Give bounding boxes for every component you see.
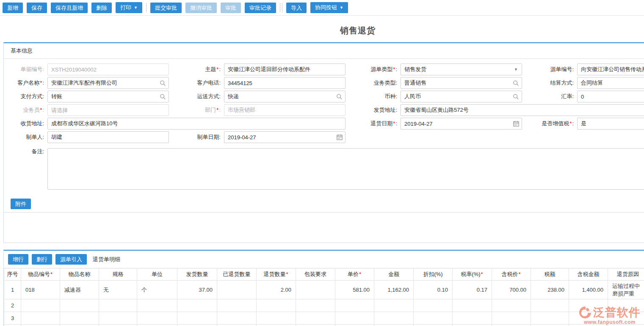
receive-address-input[interactable] <box>47 118 345 130</box>
table-cell[interactable] <box>217 299 257 312</box>
table-cell[interactable] <box>492 299 531 312</box>
table-cell[interactable] <box>374 325 414 326</box>
table-cell[interactable]: 581.00 <box>335 281 374 299</box>
source-no-input[interactable] <box>577 64 644 75</box>
submit-approval-button[interactable]: 提交审批 <box>150 3 182 13</box>
approval-record-button[interactable]: 审批记录 <box>245 3 276 13</box>
table-cell[interactable] <box>137 325 177 326</box>
import-source-button[interactable]: 源单引入 <box>55 254 87 265</box>
subject-input[interactable] <box>224 64 345 75</box>
business-type-input[interactable] <box>401 77 522 89</box>
table-cell[interactable] <box>335 325 374 326</box>
table-cell[interactable] <box>453 299 492 312</box>
source-type-select[interactable] <box>401 64 522 75</box>
table-cell[interactable]: 238.00 <box>531 281 569 299</box>
table-cell[interactable] <box>374 299 414 312</box>
table-cell[interactable] <box>257 325 296 326</box>
table-cell[interactable] <box>99 299 137 312</box>
table-cell[interactable] <box>453 312 492 325</box>
table-cell[interactable] <box>569 299 608 312</box>
table-cell[interactable] <box>296 325 335 326</box>
table-cell[interactable] <box>21 325 60 326</box>
table-cell[interactable] <box>60 312 99 325</box>
table-cell[interactable] <box>569 325 608 326</box>
search-icon[interactable] <box>160 94 166 100</box>
search-icon[interactable] <box>336 94 343 100</box>
customer-name-input[interactable] <box>47 77 169 89</box>
department-input[interactable] <box>224 104 345 116</box>
search-icon[interactable] <box>513 94 519 100</box>
calendar-icon[interactable] <box>513 121 519 127</box>
table-cell[interactable] <box>60 325 99 326</box>
return-date-input[interactable] <box>401 118 522 130</box>
table-cell[interactable]: 运输过程中磨损严重 <box>608 281 644 299</box>
table-cell[interactable]: 37.00 <box>177 281 217 299</box>
table-cell[interactable] <box>99 312 137 325</box>
table-cell[interactable] <box>177 299 217 312</box>
table-cell[interactable] <box>453 325 492 326</box>
table-cell[interactable] <box>177 312 217 325</box>
table-cell[interactable] <box>414 299 453 312</box>
table-cell[interactable] <box>99 325 137 326</box>
table-cell[interactable] <box>257 299 296 312</box>
table-cell[interactable]: 个 <box>137 281 177 299</box>
table-cell[interactable]: 2.00 <box>257 281 296 299</box>
table-cell[interactable] <box>257 312 296 325</box>
import-button[interactable]: 导入 <box>286 3 307 13</box>
doc-no-input[interactable] <box>47 64 169 75</box>
currency-input[interactable] <box>401 91 522 102</box>
attachment-button[interactable]: 附件 <box>11 199 31 209</box>
table-cell[interactable] <box>531 312 569 325</box>
table-cell[interactable] <box>569 312 608 325</box>
payment-input[interactable] <box>47 91 169 102</box>
table-cell[interactable] <box>414 312 453 325</box>
table-cell[interactable] <box>137 312 177 325</box>
table-cell[interactable] <box>60 299 99 312</box>
settlement-input[interactable] <box>577 77 644 89</box>
salesman-input[interactable] <box>47 104 169 116</box>
chevron-down-icon[interactable]: ▼ <box>514 67 518 72</box>
table-cell[interactable] <box>335 299 374 312</box>
table-cell[interactable] <box>492 312 531 325</box>
table-cell[interactable] <box>21 299 60 312</box>
transport-input[interactable] <box>224 91 345 102</box>
table-cell[interactable] <box>217 325 257 326</box>
table-cell[interactable] <box>531 299 569 312</box>
search-icon[interactable] <box>160 80 166 86</box>
collaborate-button[interactable]: 协同按钮▼ <box>310 2 348 13</box>
table-cell[interactable] <box>21 312 60 325</box>
table-cell[interactable] <box>177 325 217 326</box>
approve-button[interactable]: 审批 <box>221 3 241 13</box>
remark-textarea[interactable] <box>47 148 644 190</box>
save-and-new-button[interactable]: 保存且新增 <box>51 3 88 13</box>
table-cell[interactable] <box>608 325 644 326</box>
table-cell[interactable] <box>374 312 414 325</box>
create-date-input[interactable] <box>224 131 345 143</box>
vat-input[interactable] <box>577 118 644 130</box>
search-icon[interactable] <box>513 80 519 86</box>
revoke-approval-button[interactable]: 撤消审批 <box>185 3 217 13</box>
exchange-rate-input[interactable] <box>577 91 644 102</box>
table-cell[interactable]: 无 <box>99 281 137 299</box>
new-button[interactable]: 新增 <box>3 3 23 13</box>
table-cell[interactable] <box>296 281 335 299</box>
table-cell[interactable]: 减速器 <box>60 281 99 299</box>
table-cell[interactable]: 0.17 <box>453 281 492 299</box>
delete-button[interactable]: 删除 <box>91 3 112 13</box>
table-cell[interactable] <box>335 312 374 325</box>
delete-row-button[interactable]: 删行 <box>32 254 52 265</box>
table-cell[interactable] <box>217 312 257 325</box>
customer-phone-input[interactable] <box>224 77 345 89</box>
table-cell[interactable]: 1,162.00 <box>374 281 414 299</box>
table-cell[interactable]: 700.00 <box>492 281 531 299</box>
table-cell[interactable] <box>296 312 335 325</box>
table-cell[interactable] <box>217 281 257 299</box>
table-cell[interactable] <box>531 325 569 326</box>
table-cell[interactable] <box>296 299 335 312</box>
creator-input[interactable] <box>47 131 169 143</box>
table-cell[interactable] <box>492 325 531 326</box>
table-cell[interactable]: 0.10 <box>414 281 453 299</box>
calendar-icon[interactable] <box>337 134 343 140</box>
table-cell[interactable]: 018 <box>21 281 60 299</box>
print-button[interactable]: 打印▼ <box>116 2 142 13</box>
